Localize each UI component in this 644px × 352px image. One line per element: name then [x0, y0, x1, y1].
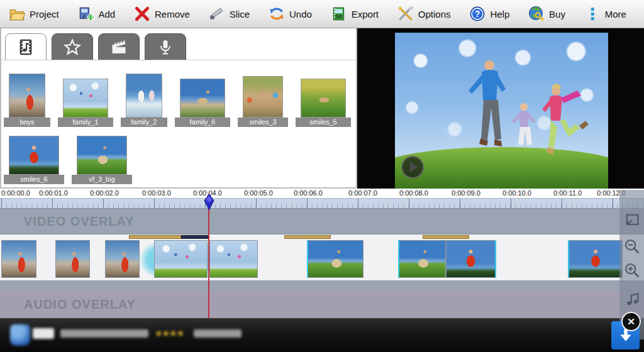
media-item-smiles_6[interactable]: smiles_6: [9, 136, 59, 184]
timeline-ruler[interactable]: 0:00:00.00:00:01.00:00:02.00:00:03.00:00…: [0, 189, 644, 198]
ruler-time-label: 0:00:02.0: [90, 189, 119, 197]
toolbar-add-button[interactable]: Add: [78, 6, 116, 22]
timeline-clip-boys[interactable]: [1, 240, 36, 278]
ad-blurred-text: [60, 329, 148, 338]
media-bin-tabs: [5, 33, 186, 60]
media-bin-row: boysfamily_1family_2family_6smiles_3smil…: [1, 67, 356, 129]
video-overlay-label: VIDEO OVERLAY: [24, 214, 135, 229]
clip-duration-bar: [129, 235, 181, 239]
audio-overlay-track[interactable]: AUDIO OVERLAY: [0, 290, 644, 318]
folder-icon: [9, 6, 25, 22]
main-toolbar: ProjectAddRemoveSliceUndoExportOptions?H…: [0, 0, 644, 28]
fit-project-icon[interactable]: [623, 211, 641, 229]
tab-favorites[interactable]: [52, 33, 93, 60]
media-item-label: family_6: [175, 118, 230, 127]
media-item-smiles_3[interactable]: smiles_3: [243, 76, 283, 127]
timeline-clip-boys[interactable]: [105, 240, 140, 278]
preview-pane: [357, 28, 644, 189]
media-thumbnail: [9, 136, 59, 175]
timeline-clip-boys[interactable]: [55, 240, 90, 278]
audio-note-icon[interactable]: [623, 290, 641, 308]
media-thumbnail: [9, 74, 45, 118]
export-icon: [331, 6, 347, 22]
preview-jumping-family: [395, 33, 608, 189]
media-item-label: vf_3_big: [72, 175, 132, 184]
toolbar-slice-button[interactable]: Slice: [209, 6, 250, 22]
tab-sequences[interactable]: [98, 33, 140, 60]
media-item-vf_3_big[interactable]: vf_3_big: [77, 136, 127, 184]
timeline-clip-smiles_6[interactable]: [446, 240, 496, 278]
play-button[interactable]: [401, 156, 424, 179]
toolbar-buy-button[interactable]: Buy: [528, 6, 565, 22]
clip-duration-bar: [423, 235, 469, 239]
toolbar-button-label: Slice: [230, 9, 250, 19]
media-thumbnail: [243, 76, 283, 118]
svg-text:?: ?: [475, 9, 480, 19]
add-media-icon: [78, 6, 94, 22]
playhead-line: [208, 194, 209, 318]
more-icon: [584, 6, 601, 22]
media-thumbnail: [126, 74, 162, 118]
timeline-clip-family_1[interactable]: [209, 240, 258, 278]
media-bin-row: smiles_6vf_3_big: [1, 129, 356, 187]
toolbar-help-button[interactable]: ?Help: [469, 6, 509, 22]
toolbar-undo-button[interactable]: Undo: [269, 6, 312, 22]
timeline-tickstrip[interactable]: [0, 198, 644, 208]
media-item-boys[interactable]: boys: [9, 74, 45, 127]
tab-media-clips[interactable]: [5, 33, 47, 60]
ruler-time-label: 0:00:07.0: [348, 189, 377, 197]
media-bin-panel: boysfamily_1family_2family_6smiles_3smil…: [0, 28, 357, 189]
ruler-time-label: 0:00:10.0: [502, 189, 531, 197]
toolbar-remove-button[interactable]: Remove: [134, 6, 190, 22]
toolbar-button-label: Help: [490, 9, 509, 19]
media-item-family_6[interactable]: family_6: [180, 79, 225, 127]
remove-icon: [134, 6, 150, 22]
ad-blurred-badge: [33, 328, 54, 339]
zoom-in-icon[interactable]: [623, 261, 641, 279]
video-overlay-track[interactable]: VIDEO OVERLAY: [0, 208, 644, 234]
options-icon: [397, 6, 414, 22]
slice-icon: [209, 6, 225, 22]
ad-banner[interactable]: ★★★★: [0, 318, 644, 352]
clip-duration-bar: [284, 235, 331, 239]
toolbar-button-label: More: [605, 9, 626, 19]
ad-blurred-content: ★★★★: [0, 319, 644, 352]
zoom-out-icon[interactable]: [623, 238, 641, 255]
timeline-clip-family_1[interactable]: [154, 240, 208, 278]
ruler-time-label: 0:00:03.0: [142, 189, 171, 197]
ad-blurred-text: [194, 329, 242, 338]
toolbar-button-label: Add: [99, 9, 116, 19]
tab-record[interactable]: [145, 33, 186, 60]
ad-app-icon: [10, 324, 30, 346]
timeline-clip-vf_3_big[interactable]: [398, 240, 446, 278]
toolbar-export-button[interactable]: Export: [331, 6, 379, 22]
toolbar-options-button[interactable]: Options: [397, 6, 451, 22]
videopad-app: ProjectAddRemoveSliceUndoExportOptions?H…: [0, 0, 644, 352]
media-item-label: smiles_3: [238, 118, 288, 127]
playhead-marker[interactable]: [204, 194, 214, 211]
media-item-label: smiles_6: [4, 175, 64, 184]
ad-close-button[interactable]: ✕: [621, 312, 641, 331]
ruler-time-label: 0:00:09.0: [452, 189, 480, 197]
media-thumbnail: [63, 79, 108, 118]
media-item-family_2[interactable]: family_2: [126, 74, 162, 127]
toolbar-button-label: Options: [418, 9, 451, 19]
preview-frame: [395, 33, 608, 189]
timeline-clip-vf_3_big[interactable]: [307, 240, 364, 278]
ruler-time-label: 0:00:08.0: [399, 189, 428, 197]
media-item-label: smiles_5: [296, 118, 351, 127]
media-item-label: boys: [4, 118, 50, 127]
ad-rating-stars: ★★★★: [155, 328, 184, 338]
toolbar-project-button[interactable]: Project: [9, 6, 59, 22]
selected-clip-bar: [181, 235, 208, 239]
help-icon: ?: [469, 6, 486, 22]
buy-icon: [528, 6, 545, 22]
timeline-clip-smiles_6[interactable]: [568, 240, 623, 278]
tabs-underline: [1, 60, 356, 60]
toolbar-more-button[interactable]: More: [584, 6, 626, 22]
toolbar-button-label: Export: [352, 9, 379, 19]
media-item-label: family_2: [121, 118, 167, 127]
media-item-smiles_5[interactable]: smiles_5: [301, 79, 346, 127]
video-track[interactable]: [0, 234, 644, 280]
media-item-family_1[interactable]: family_1: [63, 79, 108, 127]
